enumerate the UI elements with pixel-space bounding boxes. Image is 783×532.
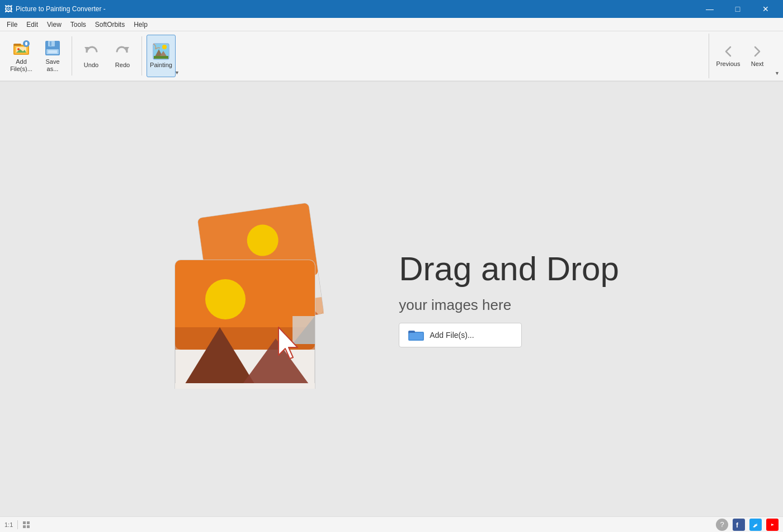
help-icon[interactable]: ? [716,519,728,531]
painting-icon [152,43,170,60]
close-button[interactable]: ✕ [753,0,779,18]
save-icon [44,39,62,57]
svg-rect-42 [23,521,26,524]
svg-rect-43 [27,521,30,524]
folder-icon [408,329,424,341]
facebook-icon[interactable]: f [733,519,745,531]
toolbar-more-arrow[interactable]: ▼ [174,70,180,76]
painting-toolbar-label: Painting [150,62,172,69]
menu-edit[interactable]: Edit [22,18,43,31]
toolbar: AddFile(s)... Saveas... Undo [0,31,783,82]
status-icon [22,521,30,529]
add-files-button-label: Add File(s)... [430,331,474,340]
previous-button[interactable]: Previous [714,35,743,77]
menu-softorbits[interactable]: SoftOrbits [91,18,129,31]
next-label: Next [751,60,764,68]
toolbar-right-arrow[interactable]: ▼ [775,70,780,76]
drop-zone[interactable]: Drag and Drop your images here Add File(… [164,199,619,400]
svg-rect-13 [48,50,57,53]
twitter-icon[interactable] [749,519,762,531]
menu-tools[interactable]: Tools [66,18,91,31]
svg-rect-1 [13,44,21,46]
svg-point-18 [162,45,167,49]
svg-rect-35 [175,383,315,389]
prev-icon [720,44,736,59]
title-text: Picture to Painting Converter - [16,5,106,13]
svg-rect-8 [26,42,27,45]
status-bar-right: ? f [716,519,779,531]
painting-toolbar-button[interactable]: Painting [147,35,176,77]
menu-help[interactable]: Help [129,18,152,31]
svg-rect-11 [50,41,51,46]
undo-icon [82,43,100,60]
youtube-icon[interactable] [766,519,779,531]
title-bar-controls: — □ ✕ [697,0,779,18]
svg-rect-45 [27,525,30,528]
next-button[interactable]: Next [743,35,772,77]
svg-point-32 [205,279,246,319]
add-files-toolbar-label: AddFile(s)... [10,58,32,73]
main-content[interactable]: Drag and Drop your images here Add File(… [0,82,783,516]
save-as-toolbar-label: Saveas... [45,58,59,73]
redo-icon [114,43,131,60]
status-separator-1 [17,520,18,529]
toolbar-nav-group: Previous Next ▼ [709,34,772,78]
toolbar-separator-1 [72,36,72,76]
drag-drop-title: Drag and Drop [399,251,619,288]
svg-rect-44 [23,525,26,528]
minimize-button[interactable]: — [697,0,723,18]
maximize-button[interactable]: □ [725,0,751,18]
svg-rect-41 [409,333,423,340]
redo-toolbar-label: Redo [115,62,130,69]
drop-illustration [164,199,365,389]
add-files-toolbar-button[interactable]: AddFile(s)... [7,35,36,77]
status-bar: 1:1 ? f [0,516,783,532]
previous-label: Previous [716,60,740,68]
toolbar-separator-2 [141,36,142,76]
add-file-icon [12,39,30,57]
undo-toolbar-label: Undo [84,62,98,69]
drag-drop-subtitle: your images here [399,296,619,314]
title-bar: 🖼 Picture to Painting Converter - — □ ✕ [0,0,783,18]
menu-file[interactable]: File [2,18,22,31]
app-icon: 🖼 [4,4,12,13]
grid-icon [22,521,30,529]
title-bar-left: 🖼 Picture to Painting Converter - [4,4,106,13]
toolbar-group-main: AddFile(s)... Saveas... Undo [4,34,185,78]
add-files-button[interactable]: Add File(s)... [399,323,522,347]
menu-bar: File Edit View Tools SoftOrbits Help [0,18,783,31]
undo-toolbar-button[interactable]: Undo [77,35,106,77]
redo-toolbar-button[interactable]: Redo [108,35,137,77]
zoom-level: 1:1 [4,521,13,528]
save-as-toolbar-button[interactable]: Saveas... [38,35,67,77]
illustration [164,199,365,400]
menu-view[interactable]: View [43,18,66,31]
next-icon [749,44,765,59]
svg-text:f: f [736,521,739,529]
drop-text-area: Drag and Drop your images here Add File(… [399,251,619,347]
svg-rect-21 [154,56,168,59]
